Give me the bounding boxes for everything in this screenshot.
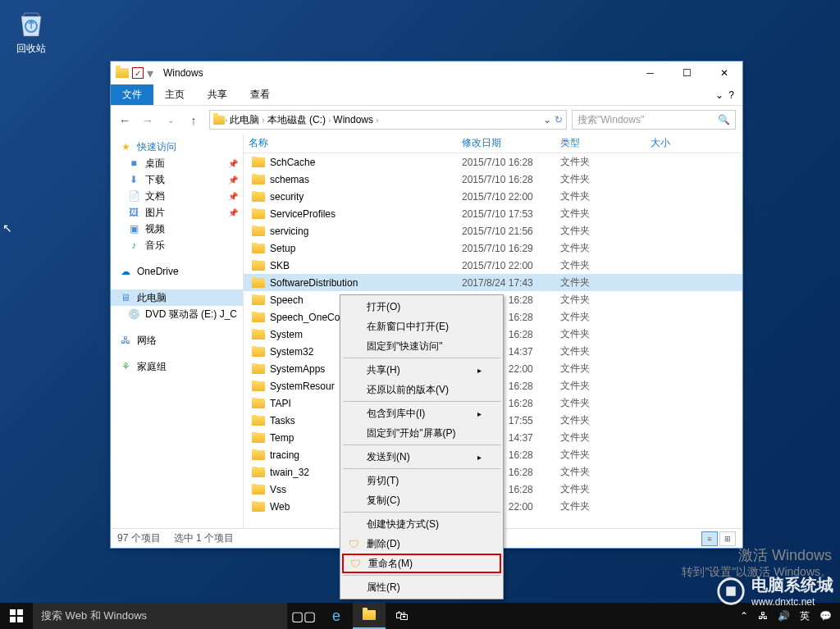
breadcrumb-pc[interactable]: 此电脑: [227, 113, 262, 127]
sidebar-item-videos[interactable]: ▣视频: [111, 221, 243, 237]
history-dropdown-icon[interactable]: ⌄: [160, 109, 181, 130]
file-name: Web: [270, 501, 290, 513]
task-view-icon[interactable]: ▢▢: [287, 603, 320, 629]
forward-button[interactable]: →: [137, 109, 158, 130]
sidebar-item-pictures[interactable]: 🖼图片📌: [111, 204, 243, 221]
table-row[interactable]: servicing2015/7/10 21:56文件夹: [244, 222, 742, 239]
sidebar-item-music[interactable]: ♪音乐: [111, 237, 243, 253]
search-input[interactable]: 搜索"Windows" 🔍: [572, 110, 736, 130]
file-type: 文件夹: [560, 310, 651, 324]
menu-separator: [343, 401, 500, 402]
file-type: 文件夹: [560, 258, 651, 272]
table-row[interactable]: Setup2015/7/10 16:29文件夹: [244, 239, 742, 257]
file-date: 2017/8/24 17:43: [462, 277, 560, 289]
sidebar-homegroup[interactable]: ⚘家庭组: [111, 358, 243, 375]
sidebar-this-pc[interactable]: 🖥此电脑: [111, 289, 243, 306]
pin-icon: 📌: [228, 192, 238, 201]
table-row[interactable]: SchCache2015/7/10 16:28文件夹: [244, 153, 742, 171]
menu-cut[interactable]: 剪切(T): [342, 471, 501, 490]
menu-copy[interactable]: 复制(C): [342, 490, 501, 510]
start-button[interactable]: [0, 603, 33, 629]
file-type: 文件夹: [560, 155, 651, 169]
menu-send-to[interactable]: 发送到(N)▸: [342, 447, 501, 467]
notification-icon[interactable]: 💬: [819, 610, 832, 622]
tab-view[interactable]: 查看: [239, 84, 281, 105]
col-type-header[interactable]: 类型: [560, 136, 651, 150]
menu-share[interactable]: 共享(H)▸: [342, 360, 501, 380]
tab-share[interactable]: 共享: [196, 84, 239, 105]
refresh-icon[interactable]: ↻: [555, 114, 563, 125]
menu-restore-versions[interactable]: 还原以前的版本(V): [342, 380, 501, 399]
file-date: 2015/7/10 16:29: [462, 243, 560, 254]
qat-dropdown-icon[interactable]: ▾: [147, 66, 153, 81]
maximize-button[interactable]: ☐: [669, 62, 705, 84]
file-type: 文件夹: [560, 293, 651, 307]
menu-separator: [343, 358, 500, 358]
folder-icon: [252, 450, 265, 460]
sidebar-item-documents[interactable]: 📄文档📌: [111, 188, 243, 204]
ribbon-expand-icon[interactable]: ⌄ ?: [707, 84, 742, 105]
edge-icon[interactable]: e: [320, 603, 353, 629]
explorer-taskbar-icon[interactable]: [353, 603, 386, 629]
ime-icon[interactable]: 英: [800, 609, 810, 623]
sidebar-item-downloads[interactable]: ⬇下载📌: [111, 171, 243, 188]
menu-properties[interactable]: 属性(R): [342, 577, 501, 597]
file-date: 2015/7/10 17:53: [462, 208, 560, 220]
up-button[interactable]: ↑: [183, 109, 204, 130]
recycle-bin-desktop-icon[interactable]: 回收站: [15, 7, 48, 56]
addr-dropdown-icon[interactable]: ⌄: [543, 114, 551, 125]
store-icon[interactable]: 🛍: [386, 603, 418, 629]
file-type: 文件夹: [560, 362, 651, 376]
titlebar[interactable]: ✓ ▾ Windows ─ ☐ ✕: [111, 62, 742, 84]
table-row[interactable]: SKB2015/7/10 22:00文件夹: [244, 257, 742, 274]
document-icon: 📄: [127, 189, 140, 203]
file-type: 文件夹: [560, 448, 651, 462]
close-button[interactable]: ✕: [705, 62, 742, 84]
address-bar[interactable]: › 此电脑 › 本地磁盘 (C:) › Windows › ⌄ ↻: [209, 110, 567, 130]
sidebar-item-desktop[interactable]: ■桌面📌: [111, 155, 243, 171]
menu-pin-start[interactable]: 固定到"开始"屏幕(P): [342, 423, 501, 443]
tray-expand-icon[interactable]: ⌃: [740, 610, 748, 622]
col-name-header[interactable]: 名称: [249, 136, 462, 150]
view-details-icon[interactable]: ≡: [701, 531, 718, 546]
view-icons-icon[interactable]: ⊞: [719, 531, 736, 546]
table-row[interactable]: security2015/7/10 22:00文件夹: [244, 188, 742, 205]
tab-home[interactable]: 主页: [153, 84, 196, 105]
sidebar-quick-access[interactable]: ★快速访问: [111, 139, 243, 155]
sidebar-onedrive[interactable]: ☁OneDrive: [111, 263, 243, 280]
breadcrumb-drive[interactable]: 本地磁盘 (C:): [265, 113, 328, 127]
qat-properties-icon[interactable]: ✓: [132, 67, 144, 79]
pin-icon: 📌: [228, 159, 238, 168]
menu-rename[interactable]: 🛡重命名(M): [342, 554, 501, 573]
sidebar-network[interactable]: 🖧网络: [111, 332, 243, 349]
sidebar-dvd[interactable]: 💿DVD 驱动器 (E:) J_C: [111, 306, 243, 322]
folder-icon: [252, 261, 265, 271]
menu-include-library[interactable]: 包含到库中(I)▸: [342, 403, 501, 423]
file-type: 文件夹: [560, 413, 651, 427]
taskbar-search[interactable]: 搜索 Web 和 Windows: [33, 603, 287, 629]
file-type: 文件夹: [560, 482, 651, 496]
network-tray-icon[interactable]: 🖧: [758, 610, 768, 622]
folder-icon: [252, 416, 265, 426]
search-icon[interactable]: 🔍: [718, 114, 730, 125]
col-size-header[interactable]: 大小: [651, 136, 742, 150]
tab-file[interactable]: 文件: [111, 84, 153, 105]
folder-icon: [252, 399, 265, 408]
svg-rect-6: [17, 617, 23, 622]
breadcrumb-folder[interactable]: Windows: [331, 114, 376, 125]
menu-open-new-window[interactable]: 在新窗口中打开(E): [342, 317, 501, 336]
menu-delete[interactable]: 🛡删除(D): [342, 534, 501, 554]
table-row[interactable]: schemas2015/7/10 16:28文件夹: [244, 171, 742, 188]
file-name: SKB: [270, 260, 290, 271]
file-type: 文件夹: [560, 379, 651, 393]
menu-create-shortcut[interactable]: 创建快捷方式(S): [342, 514, 501, 534]
volume-icon[interactable]: 🔊: [778, 610, 790, 622]
table-row[interactable]: ServiceProfiles2015/7/10 17:53文件夹: [244, 205, 742, 222]
menu-pin-quick-access[interactable]: 固定到"快速访问": [342, 336, 501, 356]
file-name: Temp: [270, 432, 294, 444]
table-row[interactable]: SoftwareDistribution2017/8/24 17:43文件夹: [244, 274, 742, 291]
minimize-button[interactable]: ─: [632, 62, 669, 84]
col-date-header[interactable]: 修改日期: [462, 136, 560, 150]
menu-open[interactable]: 打开(O): [342, 297, 501, 317]
back-button[interactable]: ←: [114, 109, 135, 130]
